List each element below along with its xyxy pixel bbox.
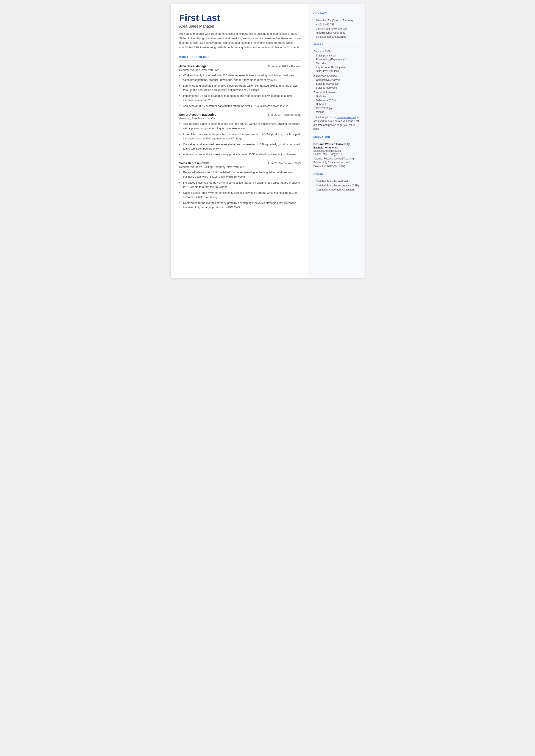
bullet-3-1: Received referrals from 1.9K satisfied c… xyxy=(179,170,301,179)
education-divider xyxy=(314,140,360,140)
skill-1-3: Marketing xyxy=(314,62,360,65)
other-3: Certified Management Consultant. xyxy=(314,188,360,191)
work-divider xyxy=(179,60,301,61)
job-block-3: Sales Representative June 2010 – January… xyxy=(179,161,301,210)
skills-list-2: Competitive Analysis Sales Effectiveness… xyxy=(314,78,360,89)
skill-1-1: Sales (Advanced) xyxy=(314,54,360,57)
skills-cat-3: Tools and Software: xyxy=(314,91,360,94)
bullet-2-2: Formulated creative strategies that incr… xyxy=(179,132,301,141)
job-bullets-2: Accumulated $16M in sales revenue over t… xyxy=(179,122,301,157)
edu-degree: Bachelor of Science xyxy=(314,146,360,149)
contact-linkedin: linkedin.com/in/username xyxy=(314,31,360,34)
job-block-1: Area Sales Manager November 2015 – Prese… xyxy=(179,65,301,108)
work-experience-title: WORK EXPERIENCE xyxy=(179,56,301,59)
bullet-3-3: Gained SalesForce MVP for consistently s… xyxy=(179,191,301,199)
edu-location: Boston, MA — May 2010 xyxy=(314,153,360,155)
bullet-1-1: Worked directly in the field with 230 sa… xyxy=(179,73,301,82)
skill-3-4: MicroStrategy xyxy=(314,107,360,110)
other-1: Certified Sales Professional. xyxy=(314,180,360,183)
job-title-1: Area Sales Manager xyxy=(179,65,208,68)
bullet-2-3: Conceived and executed new sales strateg… xyxy=(179,142,301,151)
contact-title: CONTACT xyxy=(314,12,360,14)
skill-2-2: Sales Effectiveness xyxy=(314,82,360,85)
summary-text: Area sales manager with 10 years of succ… xyxy=(179,32,301,49)
job-block-2: Senior Account Executive June 2013 – Oct… xyxy=(179,113,301,157)
job-dates-1: November 2015 – Present xyxy=(268,65,301,68)
resume-page: First Last Area Sales Manager Area sales… xyxy=(171,4,365,278)
job-bullets-1: Worked directly in the field with 230 sa… xyxy=(179,73,301,108)
skill-3-2: Salesforce (CRM) xyxy=(314,99,360,102)
skill-1-2: Forecasting (Experienced) xyxy=(314,58,360,61)
edu-awards: Awards: Resume Worded Teaching Fellow (o… xyxy=(314,157,360,168)
job-company-2: Growthsi, San Francisco, CA xyxy=(179,117,301,120)
skill-3-3: HubSpot xyxy=(314,103,360,106)
job-company-1: Resume Worded, New York, NY xyxy=(179,68,301,71)
candidate-title: Area Sales Manager xyxy=(179,24,301,29)
skill-2-3: Sales & Marketing xyxy=(314,86,360,89)
contact-list: Memphis, TN (Open to Remote) +1-234-456-… xyxy=(314,19,360,38)
other-2: Certified Sales Representative (CSR). xyxy=(314,184,360,187)
other-title: OTHER xyxy=(314,173,360,176)
bullet-2-1: Accumulated $16M in sales revenue over t… xyxy=(179,122,301,130)
left-column: First Last Area Sales Manager Area sales… xyxy=(171,4,309,278)
job-header-2: Senior Account Executive June 2013 – Oct… xyxy=(179,113,301,116)
skill-3-1: NetSuite xyxy=(314,95,360,98)
bullet-1-2: Launched and executed innovative sales p… xyxy=(179,84,301,92)
skill-1-5: Sales Presentations xyxy=(314,70,360,72)
edu-school: Resume Worded University xyxy=(314,142,360,146)
contact-email: email@resumeworded.com xyxy=(314,27,360,30)
skills-title: SKILLS xyxy=(314,43,360,46)
contact-location: Memphis, TN (Open to Remote) xyxy=(314,19,360,22)
bullet-3-2: Increased sales volume by 40% in a compe… xyxy=(179,181,301,189)
skills-note: · Don't forget to use Resume Worded to s… xyxy=(314,115,360,131)
job-dates-2: June 2013 – October 2015 xyxy=(268,113,301,116)
bullet-1-4: Achieved an 80% customer satisfaction ra… xyxy=(179,104,301,108)
resume-worded-link[interactable]: Resume Worded xyxy=(337,116,356,119)
bullet-1-3: Implemented 14 sales strategies that boo… xyxy=(179,94,301,102)
job-header-3: Sales Representative June 2010 – January… xyxy=(179,161,301,165)
skills-divider xyxy=(314,47,360,47)
edu-field: Business Administration xyxy=(314,149,360,153)
skill-3-5: Minitab xyxy=(314,111,360,114)
right-column: CONTACT Memphis, TN (Open to Remote) +1-… xyxy=(309,4,365,278)
other-list: Certified Sales Professional. Certified … xyxy=(314,180,360,191)
skills-cat-1: Technical Skills: xyxy=(314,50,360,53)
contact-github: github.com/resumeworded xyxy=(314,35,360,38)
skill-1-4: Key Account Development xyxy=(314,66,360,69)
bullet-3-4: Contributed to the overall company profi… xyxy=(179,201,301,210)
contact-divider xyxy=(314,16,360,16)
contact-section: CONTACT Memphis, TN (Open to Remote) +1-… xyxy=(314,12,360,38)
skills-list-1: Sales (Advanced) Forecasting (Experience… xyxy=(314,54,360,72)
job-bullets-3: Received referrals from 1.9K satisfied c… xyxy=(179,170,301,210)
job-header-1: Area Sales Manager November 2015 – Prese… xyxy=(179,65,301,68)
job-title-2: Senior Account Executive xyxy=(179,113,216,116)
job-dates-3: June 2010 – January 2013 xyxy=(268,162,301,165)
education-section: EDUCATION Resume Worded University Bache… xyxy=(314,136,360,168)
skill-2-1: Competitive Analysis xyxy=(314,78,360,81)
other-section: OTHER Certified Sales Professional. Cert… xyxy=(314,173,360,191)
bullet-2-4: Achieved a productivity milestone by pro… xyxy=(179,153,301,157)
contact-phone: +1-234-456-789 xyxy=(314,23,360,26)
skills-cat-2: Industry Knowledge: xyxy=(314,74,360,77)
job-title-3: Sales Representative xyxy=(179,161,210,165)
skills-list-3: NetSuite Salesforce (CRM) HubSpot MicroS… xyxy=(314,95,360,114)
job-company-3: Resume Worded's Exciting Company, New Yo… xyxy=(179,165,301,169)
skills-section: SKILLS Technical Skills: Sales (Advanced… xyxy=(314,43,360,131)
education-title: EDUCATION xyxy=(314,136,360,138)
candidate-name: First Last xyxy=(179,13,301,23)
